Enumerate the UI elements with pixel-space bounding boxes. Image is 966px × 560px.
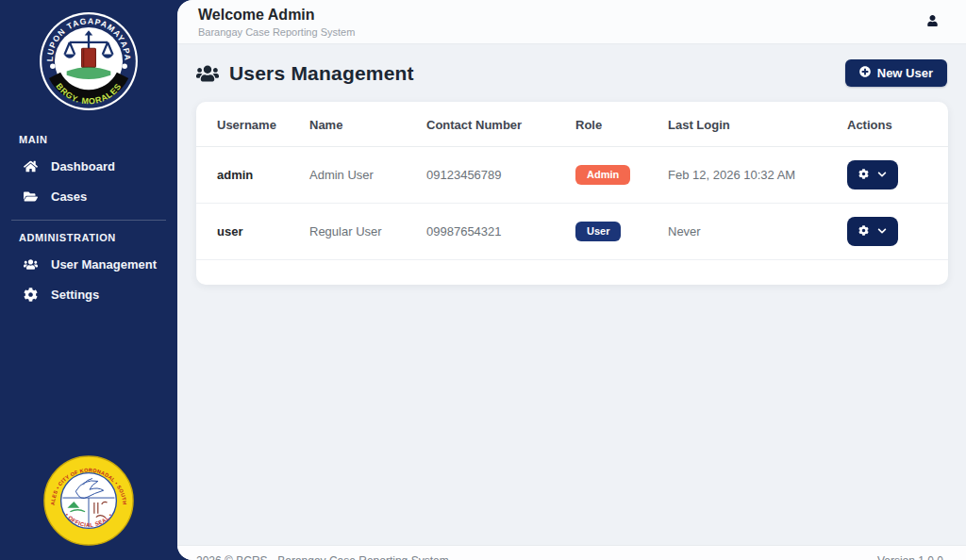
- username-cell: user: [196, 204, 300, 260]
- sidebar-item-user-management[interactable]: User Management: [0, 249, 177, 279]
- username-cell: admin: [196, 147, 300, 204]
- users-table-card: Username Name Contact Number Role Last L…: [196, 102, 948, 285]
- name-cell: Admin User: [300, 147, 417, 204]
- sidebar-item-label: Cases: [51, 189, 87, 204]
- users-table: Username Name Contact Number Role Last L…: [196, 102, 948, 260]
- official-seal-graphic: BRGY. MORALES • CITY OF KORONADAL • SOUT…: [42, 454, 135, 547]
- page-title-text: Users Management: [229, 62, 414, 85]
- chevron-down-icon: [877, 168, 887, 182]
- content: Users Management New User Username Name: [177, 44, 966, 285]
- last-login-cell: Feb 12, 2026 10:32 AM: [658, 147, 838, 204]
- new-user-label: New User: [877, 66, 933, 80]
- table-row-user: user Regular User 09987654321 User Never: [196, 204, 948, 260]
- sidebar-item-label: User Management: [51, 257, 157, 272]
- users-icon: [23, 256, 38, 272]
- lupon-seal-graphic: LUPON TAGAPAMAYAPA BRGY. MORALES: [39, 11, 139, 111]
- lupon-tagapamayapa-seal: LUPON TAGAPAMAYAPA BRGY. MORALES: [39, 11, 139, 111]
- person-icon: [927, 13, 938, 30]
- users-icon: [196, 64, 219, 83]
- sidebar-item-settings[interactable]: Settings: [0, 279, 177, 309]
- sidebar-item-label: Dashboard: [51, 159, 115, 173]
- sidebar-section-main: MAIN: [0, 126, 177, 151]
- col-username: Username: [196, 102, 300, 147]
- welcome-title: Welcome Admin: [198, 6, 355, 24]
- last-login-cell: Never: [658, 204, 838, 260]
- plus-circle-icon: [859, 66, 871, 80]
- new-user-button[interactable]: New User: [845, 59, 947, 87]
- footer-version: Version 1.0.0: [877, 554, 943, 560]
- gear-icon: [23, 287, 38, 302]
- sidebar-item-dashboard[interactable]: Dashboard: [0, 151, 177, 181]
- col-role: Role: [566, 102, 658, 147]
- gear-icon: [858, 224, 869, 239]
- page-title-row: Users Management New User: [196, 59, 947, 87]
- main-area: Welcome Admin Barangay Case Reporting Sy…: [177, 0, 966, 560]
- contact-cell: 09123456789: [417, 147, 566, 204]
- user-menu-button[interactable]: [927, 13, 938, 30]
- footer-copyright: 2026 © BCRS - Barangay Case Reporting Sy…: [196, 554, 449, 560]
- sidebar-item-label: Settings: [51, 288, 99, 302]
- col-contact: Contact Number: [417, 102, 566, 147]
- folder-icon: [23, 189, 38, 204]
- topbar: Welcome Admin Barangay Case Reporting Sy…: [177, 0, 966, 44]
- col-name: Name: [300, 102, 417, 147]
- row-actions-button[interactable]: [847, 160, 898, 189]
- gear-icon: [858, 168, 869, 182]
- table-row-admin: admin Admin User 09123456789 Admin Feb 1…: [196, 147, 948, 204]
- role-badge-admin: Admin: [575, 165, 630, 185]
- barangay-official-seal: BRGY. MORALES • CITY OF KORONADAL • SOUT…: [42, 454, 135, 547]
- chevron-down-icon: [877, 224, 887, 239]
- footer: 2026 © BCRS - Barangay Case Reporting Sy…: [177, 545, 966, 560]
- sidebar-divider: [11, 220, 166, 221]
- sidebar-item-cases[interactable]: Cases: [0, 181, 177, 211]
- col-actions: Actions: [838, 102, 948, 147]
- col-last-login: Last Login: [658, 102, 838, 147]
- welcome-block: Welcome Admin Barangay Case Reporting Sy…: [198, 6, 355, 37]
- sidebar-section-administration: ADMINISTRATION: [0, 224, 177, 249]
- table-header-row: Username Name Contact Number Role Last L…: [196, 102, 948, 147]
- name-cell: Regular User: [300, 204, 417, 260]
- page-title: Users Management: [196, 62, 414, 85]
- role-badge-user: User: [575, 222, 621, 241]
- home-icon: [23, 158, 38, 173]
- contact-cell: 09987654321: [417, 204, 566, 260]
- row-actions-button[interactable]: [847, 217, 898, 246]
- sidebar: LUPON TAGAPAMAYAPA BRGY. MORALES: [0, 0, 177, 560]
- welcome-subtitle: Barangay Case Reporting System: [198, 26, 355, 38]
